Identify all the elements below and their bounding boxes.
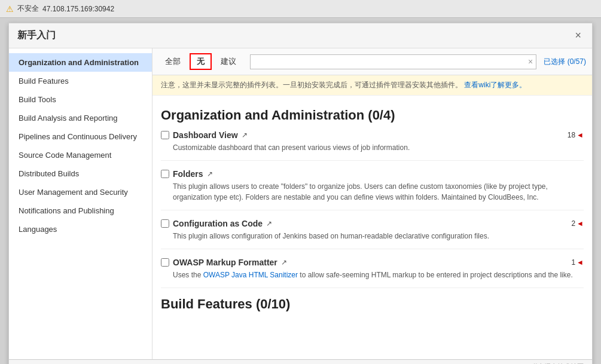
external-link-icon-owasp-markup: ↗ — [281, 258, 287, 267]
modal-title: 新手入门 — [17, 29, 56, 42]
plugin-item-config-as-code: Configuration as Code ↗ 2 ◄ This plugin … — [161, 219, 584, 249]
plugin-name-dashboard-view: Dashboard View — [173, 130, 238, 140]
plugin-checkbox-config-as-code[interactable] — [161, 219, 169, 228]
warning-icon: ⚠ — [6, 4, 14, 14]
external-link-icon-config-as-code: ↗ — [266, 219, 272, 228]
sidebar-item-user-mgmt[interactable]: User Management and Security — [9, 183, 152, 201]
count-arrow-dashboard: ◄ — [576, 131, 584, 139]
search-clear-button[interactable]: × — [528, 57, 533, 66]
plugin-item-dashboard-view: Dashboard View ↗ 18 ◄ Customizable dashb… — [161, 130, 584, 161]
plugin-header-dashboard: Dashboard View ↗ 18 ◄ — [161, 130, 584, 140]
plugin-desc-config-as-code: This plugin allows configuration of Jenk… — [173, 231, 584, 241]
plugin-header-folders: Folders ↗ — [161, 169, 584, 179]
modal-close-button[interactable]: × — [572, 29, 584, 42]
sidebar-item-build-analysis[interactable]: Build Analysis and Reporting — [9, 109, 152, 127]
notice-bar: 注意，这里并未显示完整的插件列表。一旦初始安装完成后，可通过插件管理器安装其他插… — [152, 75, 592, 96]
plugin-name-config-as-code: Configuration as Code — [173, 219, 263, 228]
tab-none[interactable]: 无 — [190, 53, 212, 70]
plugin-desc-dashboard-view: Customizable dashboard that can present … — [173, 142, 584, 153]
modal-header: 新手入门 × — [9, 23, 592, 48]
plugin-checkbox-dashboard-view[interactable] — [161, 131, 169, 139]
footer-bar: Jenkins 2.277.4 @稀土掘金技术社区 — [9, 359, 592, 364]
plugin-count-owasp-markup: 1 ◄ — [571, 258, 584, 267]
sidebar-item-notifications[interactable]: Notifications and Publishing — [9, 201, 152, 220]
sidebar-item-languages[interactable]: Languages — [9, 220, 152, 238]
plugin-list: Organization and Administration (0/4) Da… — [152, 96, 592, 325]
plugin-count-config-as-code: 2 ◄ — [571, 219, 584, 228]
plugin-header-config-as-code: Configuration as Code ↗ 2 ◄ — [161, 219, 584, 228]
tabs-bar: 全部 无 建议 × 已选择 (0/57) — [152, 48, 592, 75]
security-label: 不安全 — [17, 4, 39, 14]
plugin-header-owasp-markup: OWASP Markup Formatter ↗ 1 ◄ — [161, 258, 584, 267]
main-content: 全部 无 建议 × 已选择 (0/57) 注意，这里并未显示完整的插件列表。一旦… — [152, 48, 592, 359]
plugin-desc-owasp-markup: Uses the OWASP Java HTML Sanitizer to al… — [173, 270, 584, 280]
search-input[interactable] — [250, 54, 536, 69]
tab-suggested[interactable]: 建议 — [214, 54, 243, 69]
sidebar-item-source-code[interactable]: Source Code Management — [9, 146, 152, 164]
search-box: × — [250, 54, 536, 69]
notice-wiki-link[interactable]: 查看wiki了解更多。 — [464, 81, 526, 89]
modal-container: 新手入门 × Organization and Administration B… — [8, 23, 593, 364]
plugin-item-folders: Folders ↗ This plugin allows users to cr… — [161, 169, 584, 210]
plugin-name-owasp-markup: OWASP Markup Formatter — [173, 258, 277, 267]
count-arrow-config-as-code: ◄ — [576, 219, 584, 228]
sidebar-item-org-admin[interactable]: Organization and Administration — [9, 53, 152, 72]
plugin-checkbox-owasp-markup[interactable] — [161, 258, 169, 267]
sidebar-item-distributed[interactable]: Distributed Builds — [9, 164, 152, 183]
selected-count: 已选择 (0/57) — [544, 57, 586, 67]
section-title-build-features: Build Features (0/10) — [161, 296, 584, 317]
plugin-checkbox-folders[interactable] — [161, 170, 169, 178]
sidebar-item-build-tools[interactable]: Build Tools — [9, 90, 152, 109]
count-arrow-owasp-markup: ◄ — [576, 258, 584, 267]
external-link-icon-folders: ↗ — [207, 170, 213, 178]
sidebar-item-pipelines[interactable]: Pipelines and Continuous Delivery — [9, 127, 152, 146]
plugin-desc-folders: This plugin allows users to create "fold… — [173, 181, 584, 203]
tab-all[interactable]: 全部 — [158, 54, 187, 69]
modal-body: Organization and Administration Build Fe… — [9, 48, 592, 359]
sidebar-item-build-features[interactable]: Build Features — [9, 72, 152, 90]
url-bar: 47.108.175.169:30942 — [42, 5, 114, 13]
external-link-icon-dashboard: ↗ — [242, 131, 248, 139]
sidebar: Organization and Administration Build Fe… — [9, 48, 152, 359]
section-title-org-admin: Organization and Administration (0/4) — [161, 108, 584, 123]
plugin-item-owasp-markup: OWASP Markup Formatter ↗ 1 ◄ Uses the OW… — [161, 258, 584, 288]
browser-bar: ⚠ 不安全 47.108.175.169:30942 — [0, 0, 601, 18]
plugin-count-dashboard: 18 ◄ — [568, 131, 584, 139]
owasp-sanitizer-link[interactable]: OWASP Java HTML Sanitizer — [203, 271, 298, 279]
plugin-name-folders: Folders — [173, 169, 203, 179]
